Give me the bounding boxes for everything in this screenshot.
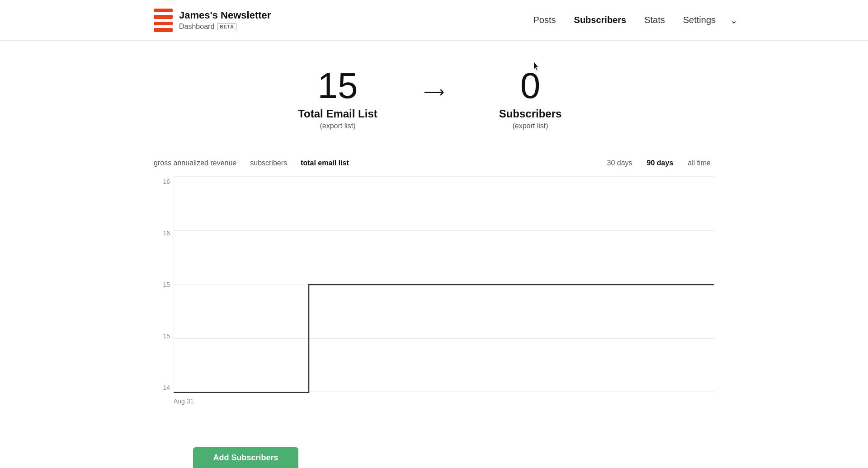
stat-subscribers: 0 Subscribers (export list) xyxy=(472,68,589,130)
y-label-15a: 15 xyxy=(154,281,170,288)
logo-bar-2 xyxy=(154,15,173,19)
total-email-list-number: 15 xyxy=(279,68,396,104)
chart-controls: gross annualized revenue subscribers tot… xyxy=(154,157,714,169)
y-label-16b: 16 xyxy=(154,229,170,237)
nav-chevron-icon[interactable]: ⌄ xyxy=(726,11,741,29)
x-axis: Aug 31 xyxy=(174,395,714,405)
total-email-list-export[interactable]: (export list) xyxy=(279,122,396,130)
logo-bar-3 xyxy=(154,22,173,26)
chart-container: 16 16 15 15 14 Aug 31 xyxy=(154,176,714,405)
logo-bar-1 xyxy=(154,9,173,13)
time-filter-alltime[interactable]: all time xyxy=(684,157,714,169)
logo-bar-4 xyxy=(154,28,173,32)
stat-total-email-list: 15 Total Email List (export list) xyxy=(279,68,396,130)
brand-text: James's Newsletter Dashboard BETA xyxy=(179,9,271,30)
subscribers-export[interactable]: (export list) xyxy=(472,122,589,130)
chart-tab-subscribers[interactable]: subscribers xyxy=(250,157,287,169)
logo-area: James's Newsletter Dashboard BETA xyxy=(154,9,271,32)
add-subscribers-button[interactable]: Add Subscribers xyxy=(193,447,298,468)
y-axis: 16 16 15 15 14 xyxy=(154,176,170,393)
brand-name: James's Newsletter xyxy=(179,9,271,21)
dashboard-label: Dashboard xyxy=(179,23,214,31)
logo-icon xyxy=(154,9,173,32)
y-label-16a: 16 xyxy=(154,178,170,185)
nav-subscribers[interactable]: Subscribers xyxy=(567,11,634,29)
time-filter-30days[interactable]: 30 days xyxy=(604,157,636,169)
time-filter-90days[interactable]: 90 days xyxy=(643,157,677,169)
total-email-list-label: Total Email List xyxy=(279,108,396,120)
subscribers-label: Subscribers xyxy=(472,108,589,120)
subscribers-number: 0 xyxy=(472,68,589,104)
y-label-14: 14 xyxy=(154,384,170,391)
arrow-connector-icon: ⟶ xyxy=(424,84,444,101)
nav-settings[interactable]: Settings xyxy=(676,11,723,29)
stats-row: 15 Total Email List (export list) ⟶ 0 Su… xyxy=(154,68,714,130)
nav-posts[interactable]: Posts xyxy=(526,11,563,29)
x-label-aug31: Aug 31 xyxy=(174,398,193,405)
chart-tab-total-email-list[interactable]: total email list xyxy=(301,157,349,169)
chart-svg-container: Aug 31 xyxy=(174,176,714,405)
beta-badge: BETA xyxy=(217,23,236,30)
brand-sub: Dashboard BETA xyxy=(179,23,271,31)
chart-tabs: gross annualized revenue subscribers tot… xyxy=(154,157,349,169)
y-label-15b: 15 xyxy=(154,332,170,340)
header: James's Newsletter Dashboard BETA Posts … xyxy=(0,0,868,41)
main-nav: Posts Subscribers Stats Settings ⌄ xyxy=(526,11,741,29)
chart-tab-revenue[interactable]: gross annualized revenue xyxy=(154,157,236,169)
main-content: 15 Total Email List (export list) ⟶ 0 Su… xyxy=(0,41,868,405)
nav-stats[interactable]: Stats xyxy=(637,11,672,29)
chart-svg xyxy=(174,176,714,393)
time-filters: 30 days 90 days all time xyxy=(604,157,714,169)
